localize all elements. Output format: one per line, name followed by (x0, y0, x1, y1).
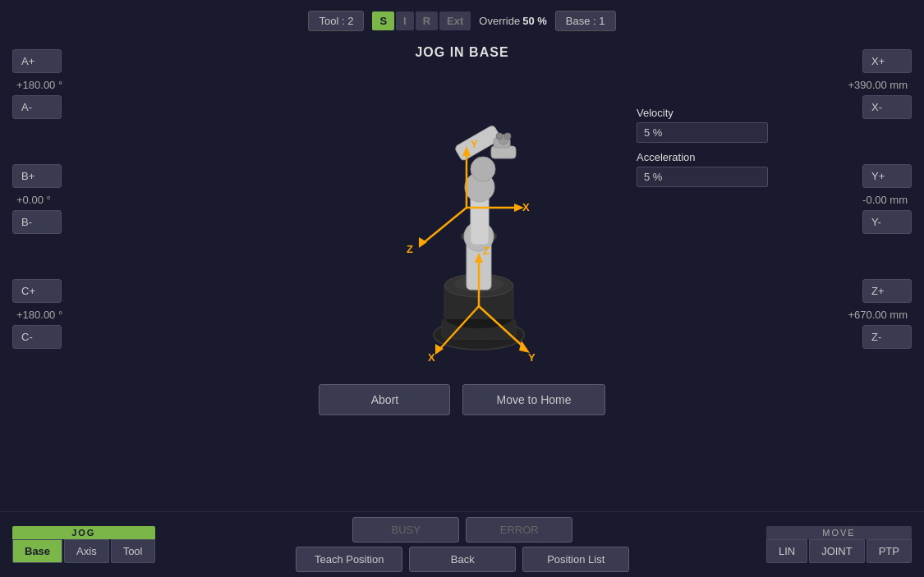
ptp-button[interactable]: PTP (867, 539, 912, 563)
status-r-button[interactable]: R (416, 11, 438, 30)
a-plus-button[interactable]: A+ (12, 49, 62, 73)
svg-point-17 (504, 133, 511, 140)
svg-point-12 (471, 157, 495, 181)
axis-x-group: X+ +390.00 mm X- (848, 49, 912, 119)
status-ext-button[interactable]: Ext (439, 11, 471, 30)
z-minus-button[interactable]: Z- (862, 325, 912, 349)
robot-visualization: Y X Z Z (315, 64, 610, 376)
axis-y-group: Y+ -0.00 mm Y- (862, 164, 912, 234)
teach-position-button[interactable]: Teach Position (296, 547, 402, 572)
status-i-button[interactable]: I (396, 11, 414, 30)
move-label: MOVE (766, 526, 912, 539)
tool-selector[interactable]: Tool : 2 (308, 11, 364, 31)
axis-c-group: C+ +180.00 ° C- (12, 279, 140, 349)
svg-text:X: X (522, 201, 530, 213)
c-minus-button[interactable]: C- (12, 325, 62, 349)
x-minus-button[interactable]: X- (862, 95, 912, 119)
action-buttons: Abort Move to Home (319, 376, 605, 422)
position-list-button[interactable]: Position List (522, 547, 629, 572)
svg-text:Y: Y (471, 138, 478, 150)
center-button-group: BUSY ERROR Teach Position Back Position … (166, 517, 760, 572)
b-minus-button[interactable]: B- (12, 210, 62, 234)
content-area: A+ +180.00 ° A- B+ +0.00 ° B- C+ +180.00… (0, 41, 924, 511)
jog-group: JOG Base Axis Tool (12, 526, 155, 563)
axis-z-group: Z+ +670.00 mm Z- (848, 279, 912, 349)
bottom-bar: JOG Base Axis Tool BUSY ERROR Teach Posi… (0, 511, 924, 577)
status-row: BUSY ERROR (352, 517, 572, 543)
b-plus-button[interactable]: B+ (12, 164, 62, 188)
svg-point-16 (496, 133, 503, 140)
base-selector[interactable]: Base : 1 (555, 11, 616, 31)
nav-row: Teach Position Back Position List (296, 547, 629, 572)
jog-base-button[interactable]: Base (12, 539, 62, 563)
a-value: +180.00 ° (12, 79, 140, 91)
svg-line-24 (421, 208, 467, 245)
c-value: +180.00 ° (12, 309, 140, 321)
svg-text:X: X (428, 351, 435, 364)
svg-text:Y: Y (528, 351, 536, 364)
a-minus-button[interactable]: A- (12, 95, 62, 119)
acceleration-value: 5 % (637, 167, 768, 187)
y-minus-button[interactable]: Y- (862, 210, 912, 234)
lin-button[interactable]: LIN (766, 539, 807, 563)
svg-text:Z: Z (483, 245, 490, 257)
axis-a-group: A+ +180.00 ° A- (12, 49, 140, 119)
b-value: +0.00 ° (12, 194, 140, 206)
override-value: 50 % (522, 15, 547, 27)
top-bar: Tool : 2 S I R Ext Override 50 % Base : … (0, 0, 924, 41)
override-display: Override 50 % (479, 15, 547, 27)
main-layout: A+ +180.00 ° A- B+ +0.00 ° B- C+ +180.00… (0, 41, 924, 577)
override-label: Override (479, 15, 520, 27)
move-group: MOVE LIN JOINT PTP (766, 526, 912, 563)
svg-marker-25 (419, 237, 427, 248)
x-plus-button[interactable]: X+ (862, 49, 912, 73)
c-plus-button[interactable]: C+ (12, 279, 62, 303)
velocity-label: Velocity (637, 107, 768, 119)
move-to-home-button[interactable]: Move to Home (462, 384, 605, 415)
z-value: +670.00 mm (848, 309, 912, 321)
jog-label: JOG (12, 526, 155, 539)
status-group: S I R Ext (372, 11, 471, 30)
error-button[interactable]: ERROR (466, 517, 572, 543)
acceleration-label: Acceleration (637, 151, 768, 163)
svg-text:Z: Z (407, 243, 413, 255)
axis-b-group: B+ +0.00 ° B- (12, 164, 140, 234)
x-value: +390.00 mm (848, 79, 912, 91)
back-button[interactable]: Back (409, 547, 516, 572)
joint-button[interactable]: JOINT (809, 539, 865, 563)
z-plus-button[interactable]: Z+ (862, 279, 912, 303)
jog-button-group: Base Axis Tool (12, 539, 155, 563)
jog-title: JOG IN BASE (415, 45, 508, 60)
y-value: -0.00 mm (862, 194, 912, 206)
busy-button[interactable]: BUSY (352, 517, 459, 543)
abort-button[interactable]: Abort (319, 384, 450, 415)
info-panel: Velocity 5 % Acceleration 5 % (637, 107, 768, 195)
velocity-value: 5 % (637, 122, 768, 143)
jog-tool-button[interactable]: Tool (111, 539, 155, 563)
right-panel: X+ +390.00 mm X- Y+ -0.00 mm Y- Z+ +670.… (776, 41, 924, 511)
move-button-group: LIN JOINT PTP (766, 539, 912, 563)
left-panel: A+ +180.00 ° A- B+ +0.00 ° B- C+ +180.00… (0, 41, 148, 511)
jog-axis-button[interactable]: Axis (64, 539, 109, 563)
status-s-button[interactable]: S (372, 11, 394, 30)
y-plus-button[interactable]: Y+ (862, 164, 912, 188)
